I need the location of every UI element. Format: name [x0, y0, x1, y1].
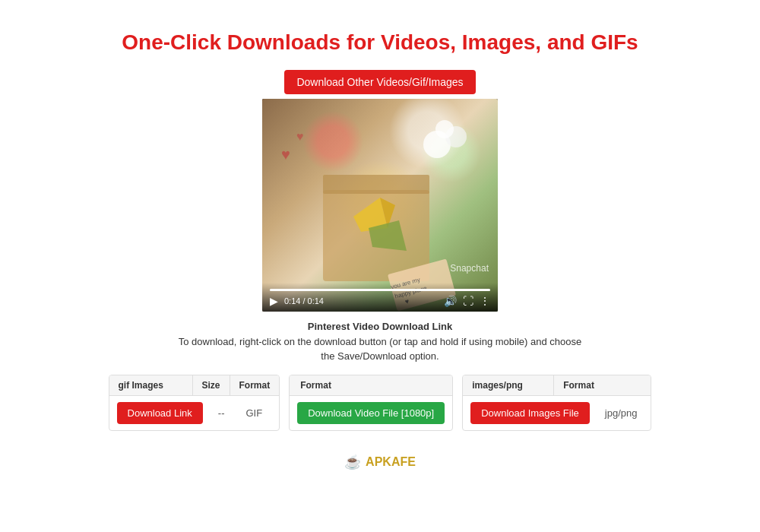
gif-col3-header: Format	[230, 375, 280, 395]
gif-col1-header: gif Images	[109, 375, 193, 395]
download-other-button[interactable]: Download Other Videos/Gif/Images	[284, 70, 475, 94]
logo-text: APKAFE	[366, 455, 416, 469]
images-col2-header: Format	[554, 375, 607, 395]
images-table-header: images/png Format	[463, 375, 651, 396]
progress-bar-fill	[270, 289, 490, 291]
images-col1-header: images/png	[463, 375, 554, 395]
page-title: One-Click Downloads for Videos, Images, …	[122, 30, 638, 55]
instruction-text2: the Save/Download option.	[179, 349, 581, 364]
controls-right: 🔊 ⛶ ⋮	[444, 295, 490, 307]
controls-left: ▶ 0:14 / 0:14	[270, 295, 324, 307]
svg-text:♥: ♥	[281, 146, 290, 163]
controls-row: ▶ 0:14 / 0:14 🔊 ⛶ ⋮	[270, 295, 490, 307]
download-images-button[interactable]: Download Images File	[470, 402, 590, 424]
download-info: Pinterest Video Download Link To downloa…	[179, 319, 581, 364]
gif-table-body: Download Link -- GIF	[109, 396, 280, 430]
play-icon[interactable]: ▶	[270, 295, 278, 307]
download-video-button[interactable]: Download Video File [1080p]	[297, 402, 445, 424]
gif-table: gif Images Size Format Download Link -- …	[109, 375, 280, 431]
video-table-header: Format	[290, 375, 452, 396]
video-player: ♥ ♥ you are my happy place ♥ Snapchat	[262, 99, 498, 312]
progress-bar-bg	[270, 289, 490, 291]
gif-table-header: gif Images Size Format	[109, 375, 280, 396]
video-table-body: Download Video File [1080p]	[290, 396, 452, 430]
volume-icon[interactable]: 🔊	[444, 295, 457, 307]
gif-size-value: --	[212, 407, 231, 419]
pinterest-link-label: Pinterest Video Download Link	[179, 319, 581, 334]
fullscreen-icon[interactable]: ⛶	[463, 295, 473, 307]
images-table-body: Download Images File jpg/png	[463, 396, 651, 430]
time-display: 0:14 / 0:14	[284, 296, 324, 306]
instruction-text: To download, right-click on the download…	[179, 334, 581, 350]
images-table: images/png Format Download Images File j…	[462, 375, 651, 431]
footer-logo: ☕ APKAFE	[344, 454, 416, 470]
images-format-value: jpg/png	[599, 407, 644, 419]
video-table: Format Download Video File [1080p]	[289, 375, 453, 431]
logo-icon: ☕	[344, 454, 361, 470]
download-tables: gif Images Size Format Download Link -- …	[0, 375, 760, 431]
svg-text:♥: ♥	[296, 130, 304, 143]
svg-point-4	[435, 120, 454, 138]
gif-format-value: GIF	[239, 407, 268, 419]
video-section: Download Other Videos/Gif/Images ♥ ♥	[179, 70, 581, 364]
video-controls: ▶ 0:14 / 0:14 🔊 ⛶ ⋮	[262, 283, 498, 312]
video-thumbnail: ♥ ♥ you are my happy place ♥ Snapchat	[262, 99, 498, 312]
svg-rect-1	[323, 175, 429, 194]
download-link-button[interactable]: Download Link	[117, 402, 203, 424]
snapchat-label: Snapchat	[450, 263, 489, 274]
gif-col2-header: Size	[193, 375, 230, 395]
more-options-icon[interactable]: ⋮	[480, 295, 490, 307]
